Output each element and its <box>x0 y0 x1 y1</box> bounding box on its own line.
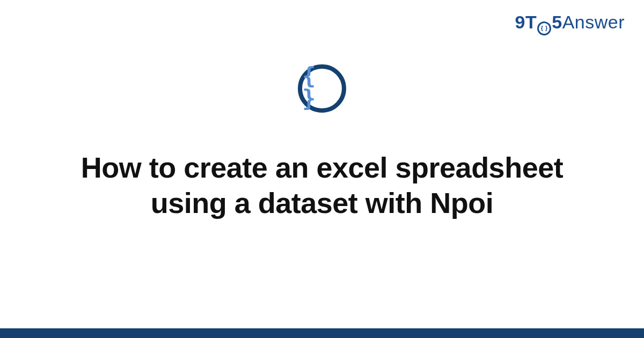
brand-to-o-icon: { } <box>537 21 551 35</box>
page-title: How to create an excel spreadsheet using… <box>64 150 580 221</box>
main-content: { } How to create an excel spreadsheet u… <box>0 64 644 221</box>
brand-to-t: T <box>525 12 537 32</box>
brand-nine: 9 <box>515 12 525 32</box>
footer-accent-bar <box>0 328 644 338</box>
code-badge-glyph: { } <box>302 65 342 110</box>
brand-logo: 9T{ }5Answer <box>515 12 625 35</box>
code-badge-icon: { } <box>298 64 346 113</box>
brand-answer: Answer <box>562 12 625 32</box>
brand-five: 5 <box>552 12 562 32</box>
